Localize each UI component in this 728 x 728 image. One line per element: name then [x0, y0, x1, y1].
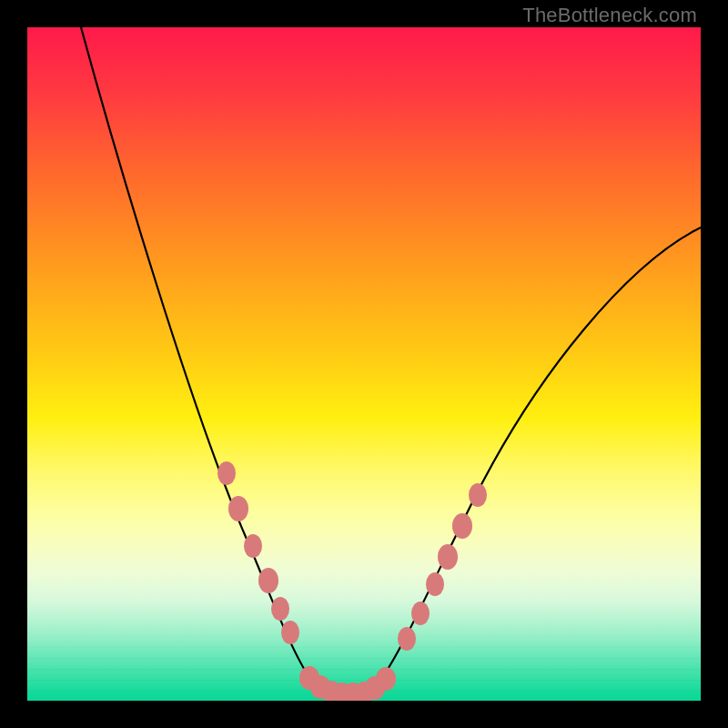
marker-dot: [426, 572, 444, 596]
plot-area: [27, 27, 701, 701]
marker-dot: [469, 483, 487, 507]
watermark-text: TheBottleneck.com: [522, 4, 697, 27]
green-horizontal-lines: [27, 601, 701, 701]
bottleneck-curve: [81, 27, 701, 698]
chart-frame: TheBottleneck.com: [0, 0, 728, 728]
marker-dot: [452, 513, 472, 539]
marker-dot: [228, 496, 248, 521]
marker-dot: [217, 461, 236, 485]
marker-dot: [438, 544, 458, 570]
marker-dot: [244, 534, 262, 558]
marker-dot: [258, 568, 278, 593]
curve-svg: [27, 27, 701, 701]
